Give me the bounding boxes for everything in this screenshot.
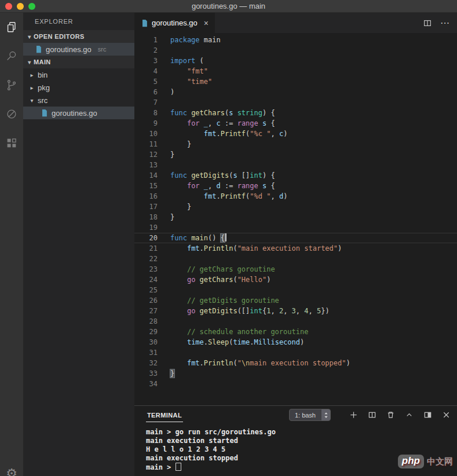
line-number[interactable]: 27: [134, 306, 170, 316]
code-line[interactable]: 1package main: [134, 35, 457, 45]
code-line[interactable]: 3import (: [134, 56, 457, 66]
line-number[interactable]: 28: [134, 316, 170, 327]
line-number[interactable]: 20: [134, 233, 170, 243]
tree-item-src[interactable]: ▾ src: [23, 94, 134, 107]
code-text: go getChars("Hello"): [170, 274, 457, 285]
code-line[interactable]: 25: [134, 285, 457, 295]
close-panel-icon[interactable]: [442, 411, 451, 419]
code-line[interactable]: 18}: [134, 212, 457, 222]
code-line[interactable]: 19: [134, 222, 457, 233]
terminal-shell-select[interactable]: 1: bash: [289, 409, 331, 421]
tree-item-bin[interactable]: ▸ bin: [23, 68, 134, 81]
line-number[interactable]: 24: [134, 274, 170, 285]
code-line[interactable]: 28: [134, 316, 457, 327]
line-number[interactable]: 15: [134, 181, 170, 191]
line-number[interactable]: 9: [134, 118, 170, 129]
line-number[interactable]: 18: [134, 212, 170, 222]
code-line[interactable]: 29 // schedule another goroutine: [134, 327, 457, 337]
code-line[interactable]: 6): [134, 87, 457, 97]
tab-close-icon[interactable]: ×: [204, 19, 209, 27]
zoom-window-button[interactable]: [28, 3, 35, 10]
code-line[interactable]: 5 "time": [134, 76, 457, 87]
line-number[interactable]: 13: [134, 160, 170, 170]
open-editors-section-header[interactable]: ▾ OPEN EDITORS: [23, 30, 134, 43]
line-number[interactable]: 16: [134, 191, 170, 202]
line-number[interactable]: 19: [134, 222, 170, 233]
code-line[interactable]: 4 "fmt": [134, 66, 457, 76]
line-number[interactable]: 25: [134, 285, 170, 295]
line-number[interactable]: 10: [134, 129, 170, 139]
line-number[interactable]: 17: [134, 202, 170, 212]
code-line[interactable]: 7: [134, 97, 457, 108]
line-number[interactable]: 34: [134, 379, 170, 389]
explorer-icon[interactable]: [0, 13, 23, 42]
line-number[interactable]: 32: [134, 358, 170, 368]
code-line[interactable]: 17 }: [134, 202, 457, 212]
line-number[interactable]: 26: [134, 295, 170, 306]
minimize-window-button[interactable]: [17, 3, 24, 10]
code-line[interactable]: 34: [134, 379, 457, 389]
line-number[interactable]: 31: [134, 347, 170, 358]
line-number[interactable]: 29: [134, 327, 170, 337]
tree-item-goroutines-file[interactable]: goroutines.go: [23, 107, 134, 119]
code-line[interactable]: 11 }: [134, 139, 457, 149]
code-line[interactable]: 26 // getDigits goroutine: [134, 295, 457, 306]
code-line[interactable]: 33}: [134, 368, 457, 379]
line-number[interactable]: 2: [134, 45, 170, 56]
line-number[interactable]: 7: [134, 97, 170, 108]
code-line[interactable]: 14func getDigits(s []int) {: [134, 170, 457, 181]
code-line[interactable]: 31: [134, 347, 457, 358]
split-terminal-icon[interactable]: [368, 411, 376, 419]
split-editor-icon[interactable]: [423, 19, 432, 28]
line-number[interactable]: 23: [134, 264, 170, 274]
code-line[interactable]: 12}: [134, 149, 457, 160]
line-number[interactable]: 6: [134, 87, 170, 97]
source-control-icon[interactable]: [0, 71, 23, 100]
code-line[interactable]: 15 for _, d := range s {: [134, 181, 457, 191]
settings-gear-icon[interactable]: ⚙: [0, 466, 23, 476]
line-number[interactable]: 3: [134, 56, 170, 66]
new-terminal-icon[interactable]: [349, 411, 358, 419]
code-token: ,: [208, 182, 216, 190]
line-number[interactable]: 8: [134, 108, 170, 118]
code-line[interactable]: 30 time.Sleep(time.Millisecond): [134, 337, 457, 347]
line-number[interactable]: 5: [134, 76, 170, 87]
code-line[interactable]: 16 fmt.Printf("%d ", d): [134, 191, 457, 202]
line-number[interactable]: 33: [134, 368, 170, 379]
debug-icon[interactable]: [0, 100, 23, 129]
folder-section-header[interactable]: ▾ MAIN: [23, 56, 134, 68]
code-line[interactable]: 32 fmt.Println("\nmain execution stopped…: [134, 358, 457, 368]
line-number[interactable]: 11: [134, 139, 170, 149]
code-line[interactable]: 10 fmt.Printf("%c ", c): [134, 129, 457, 139]
search-icon[interactable]: [0, 42, 23, 71]
tab-terminal[interactable]: TERMINAL: [146, 408, 183, 422]
line-number[interactable]: 12: [134, 149, 170, 160]
kill-terminal-trash-icon[interactable]: [386, 411, 395, 419]
code-line[interactable]: 22: [134, 254, 457, 264]
line-number[interactable]: 30: [134, 337, 170, 347]
code-line[interactable]: 13: [134, 160, 457, 170]
tree-item-pkg[interactable]: ▸ pkg: [23, 81, 134, 94]
extensions-icon[interactable]: [0, 129, 23, 158]
code-line[interactable]: 21 fmt.Println("main execution started"): [134, 243, 457, 254]
code-line[interactable]: 24 go getChars("Hello"): [134, 274, 457, 285]
close-window-button[interactable]: [5, 3, 12, 10]
maximize-panel-icon[interactable]: [405, 411, 414, 419]
line-number[interactable]: 21: [134, 243, 170, 254]
panel-position-icon[interactable]: [423, 411, 432, 419]
code-text: func getChars(s string) {: [170, 108, 457, 118]
line-number[interactable]: 4: [134, 66, 170, 76]
code-line[interactable]: 8func getChars(s string) {: [134, 108, 457, 118]
line-number[interactable]: 14: [134, 170, 170, 181]
code-line[interactable]: 9 for _, c := range s {: [134, 118, 457, 129]
code-line[interactable]: 27 go getDigits([]int{1, 2, 3, 4, 5}): [134, 306, 457, 316]
code-line[interactable]: 20func main() {: [134, 233, 457, 243]
tab-goroutines[interactable]: goroutines.go ×: [134, 13, 215, 33]
code-editor[interactable]: 1package main23import (4 "fmt"5 "time"6)…: [134, 33, 457, 405]
code-line[interactable]: 2: [134, 45, 457, 56]
code-line[interactable]: 23 // getChars goroutine: [134, 264, 457, 274]
open-editor-item[interactable]: goroutines.go src: [23, 43, 134, 56]
line-number[interactable]: 1: [134, 35, 170, 45]
line-number[interactable]: 22: [134, 254, 170, 264]
more-actions-icon[interactable]: ⋯: [440, 19, 449, 28]
